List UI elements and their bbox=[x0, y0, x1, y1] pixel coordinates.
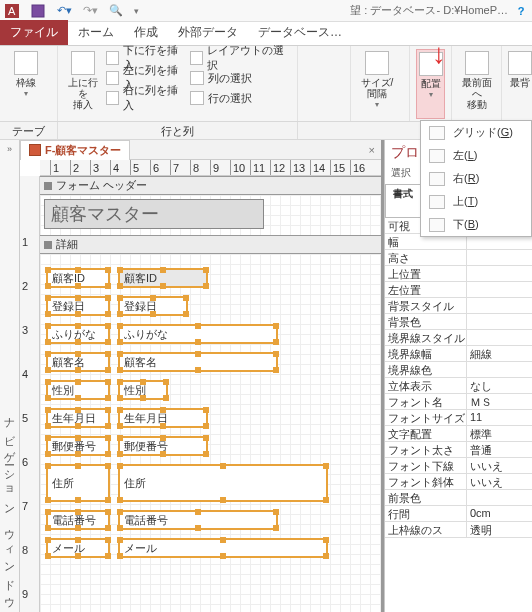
field-label[interactable]: 電話番号 bbox=[46, 510, 110, 530]
title-bar: A ↶▾ ↷▾ 🔍 ▾ 望 : データベース- D:¥HomeP… ? bbox=[0, 0, 532, 22]
frame-button[interactable]: 枠線▾ bbox=[6, 49, 46, 119]
field-textbox[interactable]: 郵便番号 bbox=[118, 436, 208, 456]
prop-row[interactable]: 背景色 bbox=[385, 314, 532, 330]
align-icon bbox=[429, 149, 445, 163]
field-label[interactable]: 登録日 bbox=[46, 296, 110, 316]
prop-row[interactable]: フォント斜体いいえ bbox=[385, 474, 532, 490]
tab-home[interactable]: ホーム bbox=[68, 20, 124, 45]
field-label[interactable]: 顧客名 bbox=[46, 352, 110, 372]
navigation-pane-collapsed[interactable]: » ナビゲーション ウィンドウ bbox=[0, 140, 20, 612]
prop-row[interactable]: フォントサイズ11 bbox=[385, 410, 532, 426]
prop-row[interactable]: フォント名ＭＳ bbox=[385, 394, 532, 410]
close-icon[interactable]: × bbox=[369, 144, 375, 156]
quick-access-toolbar: A ↶▾ ↷▾ 🔍 ▾ bbox=[4, 3, 139, 19]
svg-rect-2 bbox=[32, 5, 44, 17]
size-spacing-button[interactable]: サイズ/ 間隔▾ bbox=[357, 49, 397, 119]
doc-tab-name: F-顧客マスター bbox=[45, 143, 121, 158]
prop-row[interactable]: フォント下線いいえ bbox=[385, 458, 532, 474]
form-header-body[interactable]: 顧客マスター bbox=[40, 195, 381, 235]
select-row-button[interactable]: 行の選択 bbox=[190, 89, 291, 107]
qat-dropdown-icon[interactable]: ▾ bbox=[134, 6, 139, 16]
redo-icon[interactable]: ↷▾ bbox=[82, 3, 98, 19]
field-textbox[interactable]: 電話番号 bbox=[118, 510, 278, 530]
field-textbox[interactable]: 住所 bbox=[118, 464, 328, 502]
prop-row[interactable]: 境界線幅細線 bbox=[385, 346, 532, 362]
align-menu-item[interactable]: 下(B) bbox=[421, 213, 531, 236]
form-title-label[interactable]: 顧客マスター bbox=[44, 199, 264, 229]
form-icon bbox=[29, 144, 41, 156]
ribbon: 枠線▾ 上に行を 挿入 下に行を挿入 左に列を挿入 右に列を挿入 レイアウトの選… bbox=[0, 46, 532, 122]
help-icon[interactable]: ? bbox=[514, 5, 528, 17]
prop-row[interactable]: 前景色 bbox=[385, 490, 532, 506]
design-canvas[interactable]: 12345678910111213141516 123456789 フォーム ヘ… bbox=[20, 160, 381, 612]
align-menu-item[interactable]: 右(R) bbox=[421, 167, 531, 190]
prop-row[interactable]: 境界線スタイル bbox=[385, 330, 532, 346]
prop-row[interactable]: 立体表示なし bbox=[385, 378, 532, 394]
document-tabs: F-顧客マスター × bbox=[20, 140, 381, 160]
field-textbox[interactable]: 生年月日 bbox=[118, 408, 208, 428]
group-label-table: テーブル bbox=[0, 122, 58, 139]
align-menu-item[interactable]: 上(T) bbox=[421, 190, 531, 213]
align-icon bbox=[429, 218, 445, 232]
section-detail[interactable]: 詳細 bbox=[40, 235, 381, 254]
field-label[interactable]: 性別 bbox=[46, 380, 110, 400]
field-label[interactable]: ふりがな bbox=[46, 324, 110, 344]
field-textbox[interactable]: 顧客名 bbox=[118, 352, 278, 372]
align-icon bbox=[429, 172, 445, 186]
field-textbox[interactable]: 性別 bbox=[118, 380, 168, 400]
insert-row-above-button[interactable]: 上に行を 挿入 bbox=[64, 49, 102, 119]
field-label[interactable]: 郵便番号 bbox=[46, 436, 110, 456]
bring-front-button[interactable]: 最前面へ 移動 bbox=[458, 49, 495, 119]
form-designer: F-顧客マスター × 12345678910111213141516 12345… bbox=[20, 140, 384, 612]
prop-tab[interactable]: 書式 bbox=[385, 184, 422, 217]
select-layout-button[interactable]: レイアウトの選択 bbox=[190, 49, 291, 67]
align-menu-popup: グリッド(G)左(L)右(R)上(T)下(B) bbox=[420, 120, 532, 237]
prop-row[interactable]: 行間0cm bbox=[385, 506, 532, 522]
align-icon bbox=[429, 195, 445, 209]
navpane-title: ナビゲーション ウィンドウ bbox=[2, 410, 17, 606]
vertical-ruler: 123456789 bbox=[20, 176, 40, 612]
undo-icon[interactable]: ↶▾ bbox=[56, 3, 72, 19]
horizontal-ruler: 12345678910111213141516 bbox=[40, 160, 381, 176]
prop-row[interactable]: 左位置 bbox=[385, 282, 532, 298]
detail-body[interactable]: 顧客ID顧客ID登録日登録日ふりがなふりがな顧客名顧客名性別性別生年月日生年月日… bbox=[40, 254, 381, 612]
tab-create[interactable]: 作成 bbox=[124, 20, 168, 45]
section-form-header[interactable]: フォーム ヘッダー bbox=[40, 176, 381, 195]
field-label[interactable]: 生年月日 bbox=[46, 408, 110, 428]
field-textbox[interactable]: 登録日 bbox=[118, 296, 188, 316]
prop-row[interactable]: 高さ bbox=[385, 250, 532, 266]
prop-row[interactable]: 境界線色 bbox=[385, 362, 532, 378]
app-icon: A bbox=[4, 3, 20, 19]
field-textbox[interactable]: メール bbox=[118, 538, 328, 558]
align-icon bbox=[429, 126, 445, 140]
prop-row[interactable]: 上位置 bbox=[385, 266, 532, 282]
prop-row[interactable]: 上枠線のス透明 bbox=[385, 522, 532, 538]
tab-external[interactable]: 外部データ bbox=[168, 20, 248, 45]
group-label-rowscols: 行と列 bbox=[58, 122, 298, 139]
align-menu-item[interactable]: グリッド(G) bbox=[421, 121, 531, 144]
property-grid[interactable]: 可視はい幅高さ上位置左位置背景スタイル背景色境界線スタイル境界線幅細線境界線色立… bbox=[385, 218, 532, 612]
window-title: 望 : データベース- D:¥HomeP… bbox=[350, 3, 508, 18]
arrange-button[interactable]: 配置▾ bbox=[416, 49, 445, 119]
svg-text:A: A bbox=[8, 5, 16, 17]
print-preview-icon[interactable]: 🔍 bbox=[108, 3, 124, 19]
field-textbox[interactable]: 顧客ID bbox=[118, 268, 208, 288]
insert-col-right-button[interactable]: 右に列を挿入 bbox=[106, 89, 186, 107]
tab-file[interactable]: ファイル bbox=[0, 20, 68, 45]
chevron-right-icon[interactable]: » bbox=[7, 144, 12, 154]
field-label[interactable]: 住所 bbox=[46, 464, 110, 502]
send-back-button[interactable]: 最背 bbox=[508, 49, 532, 119]
save-icon[interactable] bbox=[30, 3, 46, 19]
prop-row[interactable]: フォント太さ普通 bbox=[385, 442, 532, 458]
prop-row[interactable]: 背景スタイル bbox=[385, 298, 532, 314]
field-label[interactable]: メール bbox=[46, 538, 110, 558]
design-surface[interactable]: フォーム ヘッダー 顧客マスター 詳細 顧客ID顧客ID登録日登録日ふりがなふり… bbox=[40, 176, 381, 612]
select-col-button[interactable]: 列の選択 bbox=[190, 69, 291, 87]
prop-row[interactable]: 文字配置標準 bbox=[385, 426, 532, 442]
doc-tab-active[interactable]: F-顧客マスター bbox=[20, 140, 130, 160]
tab-database[interactable]: データベース… bbox=[248, 20, 352, 45]
align-menu-item[interactable]: 左(L) bbox=[421, 144, 531, 167]
field-textbox[interactable]: ふりがな bbox=[118, 324, 278, 344]
field-label[interactable]: 顧客ID bbox=[46, 268, 110, 288]
